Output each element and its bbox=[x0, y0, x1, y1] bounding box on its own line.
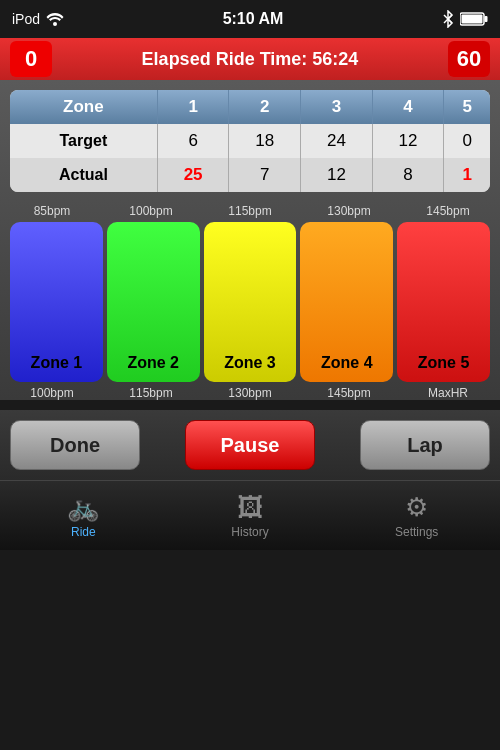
time-display: 5:10 AM bbox=[223, 10, 284, 28]
zone-bar-4-label: Zone 4 bbox=[321, 353, 373, 372]
actual-row: Actual 25 7 12 8 1 bbox=[10, 158, 490, 192]
target-5: 0 bbox=[444, 124, 490, 158]
wifi-icon bbox=[46, 12, 64, 26]
status-left: iPod bbox=[12, 11, 64, 27]
bpm-bottom-labels: 100bpm 115bpm 130bpm 145bpm MaxHR bbox=[10, 386, 490, 400]
target-row: Target 6 18 24 12 0 bbox=[10, 124, 490, 158]
lap-wrapper: Lap 1 bbox=[360, 420, 490, 470]
tab-settings-label: Settings bbox=[395, 525, 438, 539]
main-content: Zone 1 2 3 4 5 Target 6 18 24 12 0 Actua… bbox=[0, 80, 500, 400]
zone-bar-3: Zone 3 bbox=[204, 222, 297, 382]
actual-4: 8 bbox=[372, 158, 444, 192]
bpm-top-5: 145bpm bbox=[408, 204, 488, 218]
bpm-top-labels: 85bpm 100bpm 115bpm 130bpm 145bpm bbox=[10, 204, 490, 218]
svg-rect-4 bbox=[484, 16, 487, 22]
tab-history[interactable]: 🖼 History bbox=[167, 481, 334, 550]
actual-2: 7 bbox=[229, 158, 301, 192]
history-icon: 🖼 bbox=[237, 492, 263, 523]
zone-bar-1-label: Zone 1 bbox=[31, 353, 83, 372]
tab-ride[interactable]: 🚲 Ride bbox=[0, 481, 167, 550]
bpm-bottom-1: 100bpm bbox=[12, 386, 92, 400]
buttons-row: Done Pause Lap 1 bbox=[0, 410, 500, 480]
bpm-bottom-4: 145bpm bbox=[309, 386, 389, 400]
bpm-top-1: 85bpm bbox=[12, 204, 92, 218]
elapsed-bar: 0 Elapsed Ride Time: 56:24 60 bbox=[0, 38, 500, 80]
zone-bar-3-label: Zone 3 bbox=[224, 353, 276, 372]
status-right bbox=[442, 10, 488, 28]
status-bar: iPod 5:10 AM bbox=[0, 0, 500, 38]
tab-ride-label: Ride bbox=[71, 525, 96, 539]
zone-header-5: 5 bbox=[444, 90, 490, 124]
pause-button[interactable]: Pause bbox=[185, 420, 315, 470]
zone-bars-section: 85bpm 100bpm 115bpm 130bpm 145bpm Zone 1… bbox=[10, 204, 490, 400]
elapsed-left-badge: 0 bbox=[10, 41, 52, 77]
zone-header-4: 4 bbox=[372, 90, 444, 124]
actual-5: 1 bbox=[444, 158, 490, 192]
bpm-top-4: 130bpm bbox=[309, 204, 389, 218]
zone-bar-2-label: Zone 2 bbox=[127, 353, 179, 372]
zone-header-2: 2 bbox=[229, 90, 301, 124]
zone-bar-1: Zone 1 bbox=[10, 222, 103, 382]
zone-bar-4: Zone 4 bbox=[300, 222, 393, 382]
bpm-top-3: 115bpm bbox=[210, 204, 290, 218]
zone-bar-2: Zone 2 bbox=[107, 222, 200, 382]
actual-1: 25 bbox=[157, 158, 229, 192]
bpm-bottom-5: MaxHR bbox=[408, 386, 488, 400]
tab-history-label: History bbox=[231, 525, 268, 539]
tab-settings[interactable]: ⚙ Settings bbox=[333, 481, 500, 550]
zone-bars: Zone 1 Zone 2 Zone 3 Zone 4 Zone 5 bbox=[10, 222, 490, 382]
zone-bar-5-label: Zone 5 bbox=[418, 353, 470, 372]
zone-table: Zone 1 2 3 4 5 Target 6 18 24 12 0 Actua… bbox=[10, 90, 490, 192]
bluetooth-icon bbox=[442, 10, 454, 28]
settings-icon: ⚙ bbox=[405, 492, 428, 523]
zone-bar-5: Zone 5 bbox=[397, 222, 490, 382]
zone-header-label: Zone bbox=[10, 90, 157, 124]
battery-icon bbox=[460, 12, 488, 26]
elapsed-right-badge: 60 bbox=[448, 41, 490, 77]
target-label: Target bbox=[10, 124, 157, 158]
ride-icon: 🚲 bbox=[67, 492, 99, 523]
bpm-bottom-2: 115bpm bbox=[111, 386, 191, 400]
svg-point-0 bbox=[53, 22, 57, 26]
zone-header-3: 3 bbox=[301, 90, 373, 124]
tab-bar: 🚲 Ride 🖼 History ⚙ Settings bbox=[0, 480, 500, 550]
actual-3: 12 bbox=[301, 158, 373, 192]
bpm-bottom-3: 130bpm bbox=[210, 386, 290, 400]
bpm-top-2: 100bpm bbox=[111, 204, 191, 218]
carrier-label: iPod bbox=[12, 11, 40, 27]
done-button[interactable]: Done bbox=[10, 420, 140, 470]
target-2: 18 bbox=[229, 124, 301, 158]
actual-label: Actual bbox=[10, 158, 157, 192]
lap-button[interactable]: Lap bbox=[360, 420, 490, 470]
elapsed-title: Elapsed Ride Time: 56:24 bbox=[52, 49, 448, 70]
svg-rect-5 bbox=[461, 15, 482, 24]
target-1: 6 bbox=[157, 124, 229, 158]
target-3: 24 bbox=[301, 124, 373, 158]
target-4: 12 bbox=[372, 124, 444, 158]
zone-header-1: 1 bbox=[157, 90, 229, 124]
